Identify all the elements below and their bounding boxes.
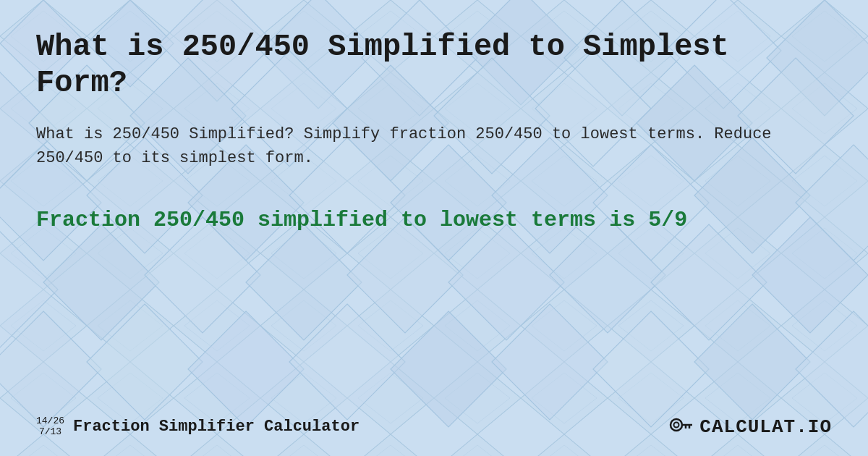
footer-brand: CALCULAT.IO [668, 412, 832, 442]
svg-point-53 [674, 423, 679, 428]
svg-point-52 [671, 419, 682, 431]
result-heading: Fraction 250/450 simplified to lowest te… [36, 206, 832, 235]
description-text: What is 250/450 Simplified? Simplify fra… [36, 122, 832, 170]
calculator-icon [668, 412, 694, 442]
site-label: Fraction Simplifier Calculator [73, 418, 359, 436]
page-title: What is 250/450 Simplified to Simplest F… [36, 29, 832, 102]
footer: 14/26 7/13 Fraction Simplifier Calculato… [36, 412, 832, 442]
fraction-top: 14/26 [36, 416, 64, 426]
fraction-bottom: 7/13 [39, 427, 61, 437]
footer-left: 14/26 7/13 Fraction Simplifier Calculato… [36, 416, 359, 437]
brand-name: CALCULAT.IO [699, 416, 832, 438]
main-content: What is 250/450 Simplified to Simplest F… [0, 0, 868, 256]
footer-fractions: 14/26 7/13 [36, 416, 64, 437]
